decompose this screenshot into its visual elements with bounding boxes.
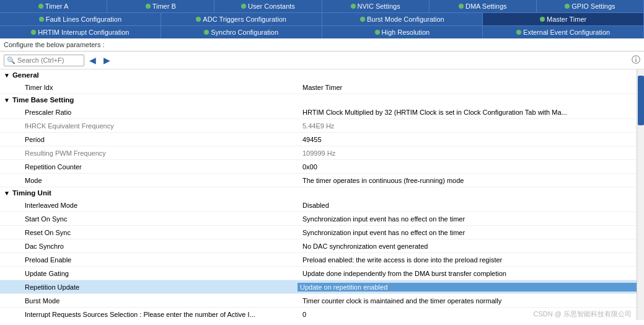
- info-button[interactable]: ⓘ: [632, 55, 640, 66]
- table-row: Interleaved Mode Disabled: [0, 198, 637, 212]
- param-name: Preload Enable: [0, 256, 298, 264]
- search-input[interactable]: [17, 56, 81, 64]
- tab-label: Fault Lines Configuration: [46, 16, 121, 23]
- param-value: 5.44E9 Hz: [298, 122, 637, 130]
- tab-dot: [375, 30, 380, 35]
- tab-burst-mode[interactable]: Burst Mode Configuration: [322, 13, 483, 25]
- table-row: Repetition Counter 0x00: [0, 160, 637, 174]
- param-value: Update on repetition enabled: [298, 283, 637, 292]
- tab-dot: [39, 17, 44, 22]
- param-name: Timer Idx: [0, 84, 298, 91]
- tab-timer-a[interactable]: Timer A: [0, 0, 107, 12]
- tab-dot: [565, 4, 570, 9]
- tab-label: Timer A: [45, 2, 69, 10]
- param-name: Period: [0, 136, 298, 143]
- tab-dot: [31, 30, 36, 35]
- tab-timer-b[interactable]: Timer B: [107, 0, 214, 12]
- section-label: Time Base Setting: [12, 96, 74, 104]
- tab-master-timer[interactable]: Master Timer: [483, 13, 644, 25]
- content-area: ▼ General Timer Idx Master Timer ▼ Time …: [0, 69, 644, 320]
- param-value: HRTIM Clock Multiplied by 32 (HRTIM Cloc…: [298, 109, 637, 116]
- tab-dma-settings[interactable]: DMA Settings: [430, 0, 537, 12]
- tab-dot: [204, 30, 209, 35]
- param-name: Prescaler Ratio: [0, 109, 298, 116]
- collapse-arrow: ▼: [4, 190, 10, 197]
- table-row: fHRCK Equivalent Frequency 5.44E9 Hz: [0, 119, 637, 133]
- param-name: Resulting PWM Frequency: [0, 149, 298, 157]
- param-value: Update done independently from the DMA b…: [298, 270, 637, 277]
- tab-dot: [38, 4, 43, 9]
- section-time-base[interactable]: ▼ Time Base Setting: [0, 94, 637, 105]
- tab-label: External Event Configuration: [523, 29, 610, 36]
- configure-bar: Configure the below parameters :: [0, 38, 644, 51]
- param-name: Interleaved Mode: [0, 202, 298, 209]
- tab-label: ADC Triggers Configuration: [203, 16, 286, 23]
- tab-label: NVIC Settings: [358, 2, 400, 10]
- param-value: Synchronization input event has no effec…: [298, 215, 637, 223]
- section-timing-unit[interactable]: ▼ Timing Unit: [0, 187, 637, 198]
- tab-nvic-settings[interactable]: NVIC Settings: [322, 0, 430, 12]
- table-row: Start On Sync Synchronization input even…: [0, 212, 637, 226]
- scrollbar[interactable]: [637, 69, 644, 320]
- param-name: Repetition Counter: [0, 163, 298, 171]
- param-value: Preload enabled: the write access is don…: [298, 256, 637, 264]
- scroll-thumb[interactable]: [638, 76, 644, 125]
- table-row: Preload Enable Preload enabled: the writ…: [0, 253, 637, 267]
- table-row: Update Gating Update done independently …: [0, 267, 637, 280]
- section-label: General: [12, 71, 39, 79]
- param-name: fHRCK Equivalent Frequency: [0, 122, 298, 130]
- tab-dot: [516, 30, 521, 35]
- param-value: Disabled: [298, 202, 637, 209]
- section-general[interactable]: ▼ General: [0, 69, 637, 81]
- tab-dot: [360, 17, 365, 22]
- tab-user-constants[interactable]: User Constants: [214, 0, 322, 12]
- param-value: Master Timer: [298, 84, 637, 91]
- param-name: Start On Sync: [0, 215, 298, 223]
- tab-external-event[interactable]: External Event Configuration: [483, 26, 644, 38]
- nav-prev-button[interactable]: ◀: [87, 54, 99, 66]
- toolbar: 🔍 ◀ ▶ ⓘ: [0, 51, 644, 69]
- tab-dot: [459, 4, 464, 9]
- tab-dot: [351, 4, 356, 9]
- tab-adc-triggers[interactable]: ADC Triggers Configuration: [161, 13, 322, 25]
- search-box[interactable]: 🔍: [4, 55, 84, 66]
- tab-label: GPIO Settings: [571, 2, 615, 10]
- search-icon: 🔍: [7, 56, 15, 65]
- nav-next-button[interactable]: ▶: [101, 54, 113, 66]
- tab-label: Burst Mode Configuration: [367, 16, 444, 23]
- table-row: Period 49455: [0, 133, 637, 146]
- tab-label: DMA Settings: [465, 2, 507, 10]
- tabs-row3: HRTIM Interrupt Configuration Synchro Co…: [0, 25, 644, 38]
- table-row: Burst Mode Timer counter clock is mainta…: [0, 294, 637, 308]
- table-row: Resulting PWM Frequency 109999 Hz: [0, 146, 637, 160]
- tab-high-resolution[interactable]: High Resolution: [322, 26, 483, 38]
- tab-dot: [146, 4, 151, 9]
- param-name: Repetition Update: [0, 283, 298, 291]
- tab-gpio-settings[interactable]: GPIO Settings: [537, 0, 644, 12]
- param-value: 109999 Hz: [298, 149, 637, 157]
- param-value: The timer operates in continuous (free-r…: [298, 177, 637, 184]
- tab-fault-lines[interactable]: Fault Lines Configuration: [0, 13, 161, 25]
- section-label: Timing Unit: [12, 189, 51, 197]
- collapse-arrow: ▼: [4, 72, 10, 79]
- param-value: No DAC synchronization event generated: [298, 243, 637, 250]
- tab-dot: [196, 17, 201, 22]
- tabs-row1: Timer A Timer B User Constants NVIC Sett…: [0, 0, 644, 12]
- param-value: 49455: [298, 136, 637, 143]
- table-row-repetition-update[interactable]: Repetition Update Update on repetition e…: [0, 280, 637, 294]
- tab-dot: [241, 4, 246, 9]
- param-table: ▼ General Timer Idx Master Timer ▼ Time …: [0, 69, 637, 320]
- table-row: Mode The timer operates in continuous (f…: [0, 174, 637, 187]
- tab-label: HRTIM Interrupt Configuration: [38, 29, 129, 36]
- tab-label: Timer B: [152, 2, 176, 10]
- tab-label: High Resolution: [382, 29, 430, 36]
- tab-dot: [540, 17, 545, 22]
- table-row: Timer Idx Master Timer: [0, 81, 637, 94]
- watermark: CSDN @ 乐思智能科技有限公司: [534, 309, 632, 319]
- tabs-row2: Fault Lines Configuration ADC Triggers C…: [0, 12, 644, 25]
- tab-synchro-config[interactable]: Synchro Configuration: [161, 26, 322, 38]
- param-value: Timer counter clock is maintained and th…: [298, 297, 637, 305]
- tab-hrtim-interrupt[interactable]: HRTIM Interrupt Configuration: [0, 26, 161, 38]
- param-name: Update Gating: [0, 270, 298, 277]
- tab-label: User Constants: [248, 2, 295, 10]
